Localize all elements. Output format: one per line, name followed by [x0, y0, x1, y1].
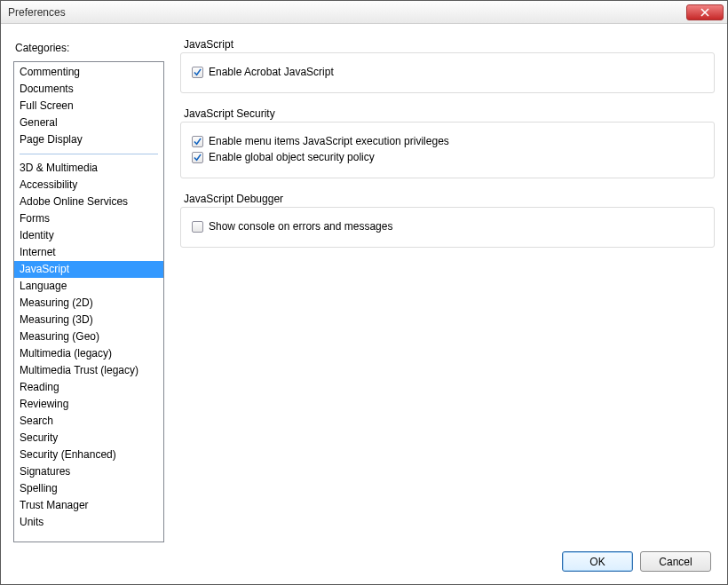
category-item[interactable]: Measuring (3D): [14, 312, 163, 328]
dialog-body: Categories: CommentingDocumentsFull Scre…: [1, 24, 727, 584]
group-box-javascript-security: Enable menu items JavaScript execution p…: [180, 122, 715, 178]
preferences-window: Preferences Categories: CommentingDocume…: [0, 0, 728, 585]
main-row: Categories: CommentingDocumentsFull Scre…: [13, 36, 715, 542]
category-item[interactable]: Commenting: [14, 64, 163, 81]
close-button[interactable]: [686, 4, 724, 20]
row-enable-global-object-security: Enable global object security policy: [192, 151, 703, 163]
checkbox-enable-global-object-security[interactable]: [192, 152, 203, 163]
category-item[interactable]: Multimedia Trust (legacy): [14, 362, 163, 379]
window-title: Preferences: [8, 6, 686, 19]
category-item[interactable]: General: [14, 115, 163, 131]
label-show-console-on-errors: Show console on errors and messages: [209, 220, 392, 233]
category-item[interactable]: 3D & Multimedia: [14, 160, 163, 177]
category-item[interactable]: Full Screen: [14, 98, 163, 115]
category-item[interactable]: Security: [14, 430, 163, 447]
group-javascript: JavaScript Enable Acrobat JavaScript: [180, 38, 715, 93]
category-item[interactable]: Multimedia (legacy): [14, 345, 163, 362]
category-item[interactable]: JavaScript: [14, 261, 163, 278]
label-enable-global-object-security: Enable global object security policy: [209, 151, 375, 163]
label-enable-menu-items-js: Enable menu items JavaScript execution p…: [209, 135, 449, 147]
row-enable-acrobat-js: Enable Acrobat JavaScript: [192, 66, 703, 78]
category-item[interactable]: Reviewing: [14, 396, 163, 413]
group-title-javascript-security: JavaScript Security: [180, 107, 715, 120]
categories-listbox[interactable]: CommentingDocumentsFull ScreenGeneralPag…: [13, 61, 164, 542]
checkbox-show-console-on-errors[interactable]: [192, 221, 203, 233]
category-item[interactable]: Documents: [14, 81, 163, 98]
titlebar: Preferences: [1, 1, 727, 24]
category-item[interactable]: Page Display: [14, 131, 163, 148]
categories-label: Categories:: [15, 42, 164, 54]
category-item[interactable]: Forms: [14, 210, 163, 227]
category-item[interactable]: Search: [14, 413, 163, 430]
dialog-footer: OK Cancel: [13, 542, 715, 573]
category-item[interactable]: Reading: [14, 379, 163, 396]
checkbox-enable-menu-items-js[interactable]: [192, 136, 203, 147]
group-box-javascript: Enable Acrobat JavaScript: [180, 52, 715, 93]
group-title-javascript-debugger: JavaScript Debugger: [180, 193, 715, 205]
category-item[interactable]: Accessibility: [14, 177, 163, 194]
ok-button[interactable]: OK: [562, 551, 633, 572]
settings-panel: JavaScript Enable Acrobat JavaScript Jav…: [180, 36, 715, 542]
label-enable-acrobat-js: Enable Acrobat JavaScript: [209, 66, 334, 78]
group-title-javascript: JavaScript: [180, 38, 715, 51]
category-item[interactable]: Measuring (Geo): [14, 328, 163, 345]
group-javascript-security: JavaScript Security Enable menu items Ja…: [180, 107, 715, 178]
sidebar: Categories: CommentingDocumentsFull Scre…: [13, 36, 164, 542]
row-enable-menu-items-js: Enable menu items JavaScript execution p…: [192, 135, 703, 147]
category-item[interactable]: Units: [14, 514, 163, 531]
category-item[interactable]: Internet: [14, 244, 163, 261]
category-item[interactable]: Identity: [14, 227, 163, 244]
category-item[interactable]: Spelling: [14, 480, 163, 497]
row-show-console-on-errors: Show console on errors and messages: [192, 220, 703, 233]
cancel-button[interactable]: Cancel: [640, 551, 711, 572]
category-separator: [20, 154, 158, 154]
group-box-javascript-debugger: Show console on errors and messages: [180, 207, 715, 248]
close-icon: [700, 8, 709, 17]
group-javascript-debugger: JavaScript Debugger Show console on erro…: [180, 193, 715, 248]
category-item[interactable]: Measuring (2D): [14, 295, 163, 312]
checkbox-enable-acrobat-js[interactable]: [192, 67, 203, 78]
category-item[interactable]: Security (Enhanced): [14, 447, 163, 463]
category-item[interactable]: Signatures: [14, 463, 163, 480]
category-item[interactable]: Adobe Online Services: [14, 194, 163, 210]
category-item[interactable]: Language: [14, 278, 163, 295]
category-item[interactable]: Trust Manager: [14, 497, 163, 514]
